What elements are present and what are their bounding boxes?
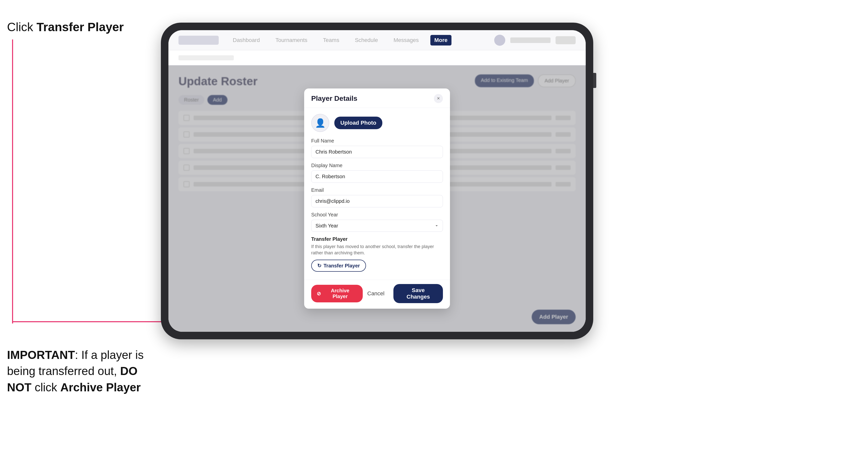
transfer-icon: ↻ xyxy=(317,263,321,269)
photo-section: 👤 Upload Photo xyxy=(311,114,443,132)
nav-item-teams[interactable]: Teams xyxy=(319,35,343,45)
arrow-vertical xyxy=(12,39,13,323)
tablet-device: Dashboard Tournaments Teams Schedule Mes… xyxy=(161,23,593,339)
instruction-text2: click xyxy=(31,381,60,394)
breadcrumb xyxy=(179,55,234,60)
important-label: IMPORTANT xyxy=(7,348,75,362)
transfer-player-label: Transfer Player xyxy=(323,263,360,269)
archive-player-button[interactable]: ⊘ Archive Player xyxy=(311,285,363,302)
display-name-group: Display Name xyxy=(311,163,443,183)
instruction-prefix: Click xyxy=(7,20,36,34)
player-details-modal: Player Details × 👤 Upload Photo xyxy=(304,89,450,309)
school-year-select[interactable]: First Year Second Year Third Year Fourth… xyxy=(311,220,443,232)
sub-header xyxy=(168,50,586,65)
nav-item-tournaments[interactable]: Tournaments xyxy=(272,35,311,45)
upload-photo-button[interactable]: Upload Photo xyxy=(334,117,382,129)
transfer-player-button[interactable]: ↻ Transfer Player xyxy=(311,260,366,272)
footer-right: Cancel Save Changes xyxy=(363,284,443,303)
school-year-label: School Year xyxy=(311,212,443,218)
transfer-player-description: If this player has moved to another scho… xyxy=(311,244,443,256)
modal-footer: ⊘ Archive Player Cancel Save Changes xyxy=(304,280,450,309)
person-icon: 👤 xyxy=(315,118,326,128)
school-year-group: School Year First Year Second Year Third… xyxy=(311,212,443,232)
save-changes-button[interactable]: Save Changes xyxy=(394,284,443,303)
modal-header: Player Details × xyxy=(304,89,450,108)
header-settings-btn[interactable] xyxy=(556,36,576,44)
full-name-group: Full Name xyxy=(311,138,443,158)
cancel-button[interactable]: Cancel xyxy=(363,287,389,300)
archive-icon: ⊘ xyxy=(317,290,321,297)
tablet-screen: Dashboard Tournaments Teams Schedule Mes… xyxy=(168,30,586,332)
full-name-label: Full Name xyxy=(311,138,443,144)
display-name-input[interactable] xyxy=(311,170,443,183)
instruction-bottom: IMPORTANT: If a player is being transfer… xyxy=(7,347,153,395)
archive-player-label: Archive Player xyxy=(60,381,141,394)
header-account-name xyxy=(510,37,551,43)
content-area: Update Roster Roster Add xyxy=(168,65,586,332)
instruction-bold: Transfer Player xyxy=(36,20,124,34)
email-label: Email xyxy=(311,187,443,193)
transfer-player-heading: Transfer Player xyxy=(311,236,443,242)
full-name-input[interactable] xyxy=(311,146,443,158)
tablet-side-button xyxy=(593,73,596,88)
app-logo xyxy=(179,36,219,45)
nav-item-more[interactable]: More xyxy=(430,35,452,45)
archive-player-label: Archive Player xyxy=(323,288,357,299)
instruction-top: Click Transfer Player xyxy=(7,20,124,34)
modal-body: 👤 Upload Photo Full Name Display Name xyxy=(304,108,450,280)
avatar: 👤 xyxy=(311,114,329,132)
app-header: Dashboard Tournaments Teams Schedule Mes… xyxy=(168,30,586,50)
modal-title: Player Details xyxy=(311,94,358,102)
nav-item-schedule[interactable]: Schedule xyxy=(351,35,382,45)
transfer-player-section: Transfer Player If this player has moved… xyxy=(311,236,443,272)
display-name-label: Display Name xyxy=(311,163,443,168)
email-group: Email xyxy=(311,187,443,207)
modal-overlay: Player Details × 👤 Upload Photo xyxy=(168,65,586,332)
email-input[interactable] xyxy=(311,195,443,207)
header-avatar xyxy=(494,35,505,46)
modal-close-button[interactable]: × xyxy=(434,94,443,103)
header-right xyxy=(494,35,576,46)
nav-item-dashboard[interactable]: Dashboard xyxy=(229,35,264,45)
nav-items: Dashboard Tournaments Teams Schedule Mes… xyxy=(229,35,484,45)
nav-item-messages[interactable]: Messages xyxy=(390,35,423,45)
